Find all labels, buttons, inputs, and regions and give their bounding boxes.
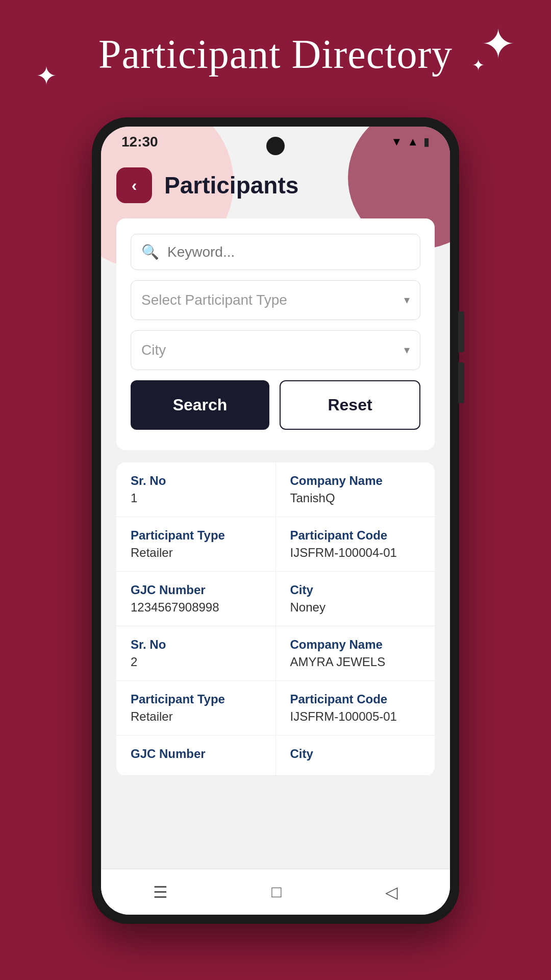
table-row: Sr. No 2 Company Name AMYRA JEWELS (116, 626, 435, 681)
gjc-number-cell: GJC Number 1234567908998 (116, 572, 276, 626)
header: ‹ Participants (101, 157, 450, 218)
participant-code-value-2: IJSFRM-100005-01 (290, 709, 421, 724)
phone-frame: 12:30 ▼ ▲ ▮ ‹ Participants (92, 117, 459, 924)
sr-no-value-2: 2 (131, 655, 261, 669)
company-name-value-2: AMYRA JEWELS (290, 655, 421, 669)
participant-type-value: Retailer (131, 546, 261, 560)
gjc-number-header-2: GJC Number (131, 747, 261, 761)
search-button[interactable]: Search (131, 380, 269, 430)
star-decoration-right: ✦ (481, 20, 515, 68)
wifi-icon: ▼ (391, 135, 402, 149)
back-arrow-icon: ‹ (132, 176, 137, 195)
star-decoration-left: ✦ (36, 61, 57, 91)
status-time: 12:30 (121, 134, 158, 150)
city-cell: City Noney (276, 572, 435, 626)
sr-no-header-2: Sr. No (131, 638, 261, 652)
result-card-1: Sr. No 1 Company Name TanishQ (116, 462, 435, 626)
app-content: ‹ Participants 🔍 S (101, 157, 450, 915)
sr-no-cell-2: Sr. No 2 (116, 626, 276, 680)
battery-icon: ▮ (423, 135, 430, 149)
participant-type-dropdown[interactable]: Select Participant Type ▾ (131, 280, 420, 320)
back-button[interactable]: ‹ (116, 167, 152, 203)
company-name-value: TanishQ (290, 491, 421, 505)
bottom-navigation: ☰ □ ◁ (101, 869, 450, 915)
participant-code-cell-2: Participant Code IJSFRM-100005-01 (276, 681, 435, 735)
gjc-number-header: GJC Number (131, 583, 261, 597)
gjc-number-cell-2: GJC Number (116, 736, 276, 775)
participant-type-header: Participant Type (131, 528, 261, 543)
participant-code-value: IJSFRM-100004-01 (290, 546, 421, 560)
back-nav-icon[interactable]: ◁ (385, 883, 398, 902)
participant-code-cell: Participant Code IJSFRM-100004-01 (276, 517, 435, 571)
gjc-number-value: 1234567908998 (131, 600, 261, 615)
power-button (458, 362, 464, 403)
chevron-down-icon: ▾ (404, 293, 410, 307)
star-decoration-right-small: ✦ (472, 56, 485, 74)
page-background-title: Participant Directory (0, 0, 551, 78)
city-value: Noney (290, 600, 421, 615)
table-row: Participant Type Retailer Participant Co… (116, 517, 435, 572)
participant-code-header: Participant Code (290, 528, 421, 543)
keyword-input-wrapper[interactable]: 🔍 (131, 234, 420, 270)
company-name-header-2: Company Name (290, 638, 421, 652)
city-header: City (290, 583, 421, 597)
participant-type-header-2: Participant Type (131, 692, 261, 706)
main-scroll-area[interactable]: 🔍 Select Participant Type ▾ City ▾ (101, 218, 450, 910)
menu-icon[interactable]: ☰ (153, 883, 168, 902)
results-section: Sr. No 1 Company Name TanishQ (116, 462, 435, 776)
camera-notch (266, 137, 285, 155)
keyword-input[interactable] (167, 244, 410, 260)
screen-title: Participants (164, 172, 298, 199)
home-icon[interactable]: □ (271, 883, 281, 901)
sr-no-value: 1 (131, 491, 261, 505)
table-row: Participant Type Retailer Participant Co… (116, 681, 435, 736)
phone-screen: 12:30 ▼ ▲ ▮ ‹ Participants (101, 127, 450, 915)
table-row: Sr. No 1 Company Name TanishQ (116, 462, 435, 517)
chevron-down-icon-city: ▾ (404, 344, 410, 357)
city-dropdown[interactable]: City ▾ (131, 330, 420, 370)
action-buttons-row: Search Reset (131, 380, 420, 435)
table-row: GJC Number City (116, 736, 435, 775)
signal-icon: ▲ (407, 135, 418, 149)
participant-code-header-2: Participant Code (290, 692, 421, 706)
company-name-header: Company Name (290, 474, 421, 488)
company-name-cell: Company Name TanishQ (276, 462, 435, 517)
participant-type-cell-2: Participant Type Retailer (116, 681, 276, 735)
city-header-2: City (290, 747, 421, 761)
sr-no-cell: Sr. No 1 (116, 462, 276, 517)
phone-frame-wrapper: 12:30 ▼ ▲ ▮ ‹ Participants (92, 117, 459, 924)
reset-button[interactable]: Reset (280, 380, 420, 430)
result-card-2: Sr. No 2 Company Name AMYRA JEWELS (116, 626, 435, 776)
sr-no-header: Sr. No (131, 474, 261, 488)
table-row: GJC Number 1234567908998 City Noney (116, 572, 435, 626)
search-icon: 🔍 (141, 243, 159, 260)
city-label: City (141, 342, 166, 358)
company-name-cell-2: Company Name AMYRA JEWELS (276, 626, 435, 680)
filter-section: 🔍 Select Participant Type ▾ City ▾ (116, 218, 435, 450)
participant-type-value-2: Retailer (131, 709, 261, 724)
participant-type-label: Select Participant Type (141, 292, 287, 308)
participant-type-cell: Participant Type Retailer (116, 517, 276, 571)
city-cell-2: City (276, 736, 435, 775)
status-icons: ▼ ▲ ▮ (391, 135, 430, 149)
volume-button (458, 311, 464, 352)
